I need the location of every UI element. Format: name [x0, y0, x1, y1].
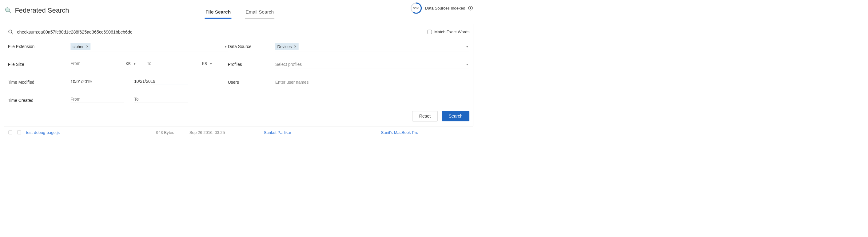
- tab-file-search[interactable]: File Search: [205, 8, 231, 19]
- match-exact-label: Match Exact Words: [434, 30, 469, 34]
- file-size-to-input[interactable]: [147, 61, 200, 66]
- profiles-field[interactable]: [275, 62, 465, 67]
- chevron-down-icon[interactable]: ▾: [465, 44, 469, 48]
- file-size-fields: KB ▾ KB ▾: [70, 61, 228, 67]
- time-created-from[interactable]: [70, 97, 124, 103]
- index-progress-pct: 58%: [410, 2, 422, 14]
- chevron-down-icon[interactable]: ▾: [465, 62, 469, 66]
- result-row[interactable]: test-debug-page.js 943 Bytes Sep 26 2016…: [0, 130, 477, 135]
- chip-label: Devices: [277, 44, 291, 49]
- search-icon: [5, 7, 11, 13]
- filter-grid: File Extension cipher ✕ ▾ Data Source De…: [8, 43, 469, 103]
- file-size-to-unit: KB: [202, 62, 207, 66]
- time-modified-fields: [70, 79, 228, 85]
- chip-remove-icon[interactable]: ✕: [86, 44, 89, 48]
- label-data-source: Data Source: [228, 43, 275, 49]
- file-extension-input[interactable]: cipher ✕ ▾: [70, 43, 228, 51]
- file-size-from-unit: KB: [126, 62, 131, 66]
- time-created-fields: [70, 97, 228, 103]
- tab-email-search[interactable]: Email Search: [245, 8, 274, 19]
- time-created-to-input[interactable]: [134, 97, 188, 102]
- result-date: Sep 26 2016, 03:25: [189, 130, 225, 135]
- file-size-from-input[interactable]: [70, 61, 124, 66]
- header-right: 58% Data Sources Indexed i: [410, 2, 472, 19]
- result-filename[interactable]: test-debug-page.js: [26, 130, 60, 135]
- time-modified-from[interactable]: [70, 79, 124, 85]
- chip-remove-icon[interactable]: ✕: [294, 44, 297, 48]
- match-exact-checkbox[interactable]: [428, 30, 432, 34]
- search-icon: [8, 29, 13, 35]
- indexed-label: Data Sources Indexed: [425, 6, 465, 10]
- file-size-from[interactable]: KB ▾: [70, 61, 136, 67]
- users-field[interactable]: [275, 80, 469, 85]
- data-source-input[interactable]: Devices ✕ ▾: [275, 43, 469, 51]
- label-file-extension: File Extension: [8, 43, 71, 49]
- search-panel: Match Exact Words File Extension cipher …: [4, 24, 473, 126]
- result-user[interactable]: Sanket Parlikar: [264, 130, 291, 135]
- label-users: Users: [228, 79, 275, 85]
- search-button[interactable]: Search: [442, 111, 469, 122]
- chip-label: cipher: [72, 44, 84, 49]
- users-input[interactable]: [275, 79, 469, 87]
- chevron-down-icon[interactable]: ▾: [209, 62, 213, 66]
- chip-file-extension: cipher ✕: [70, 43, 90, 50]
- header-left: Federated Search: [5, 6, 69, 19]
- chevron-down-icon[interactable]: ▾: [224, 44, 228, 48]
- time-created-from-input[interactable]: [70, 97, 124, 102]
- profiles-input[interactable]: ▾: [275, 61, 469, 69]
- chevron-down-icon[interactable]: ▾: [132, 62, 136, 66]
- result-device[interactable]: Sanil's MacBook Pro: [381, 130, 418, 135]
- page-title: Federated Search: [15, 6, 69, 14]
- panel-actions: Reset Search: [8, 111, 469, 122]
- row-checkbox[interactable]: [17, 130, 21, 134]
- info-icon[interactable]: i: [468, 6, 472, 10]
- label-time-created: Time Created: [8, 97, 71, 103]
- time-created-to[interactable]: [134, 97, 188, 103]
- file-size-to[interactable]: KB ▾: [147, 61, 213, 67]
- index-progress-ring: 58%: [410, 2, 422, 14]
- time-modified-to[interactable]: [134, 79, 188, 85]
- time-modified-from-input[interactable]: [70, 79, 124, 84]
- row-checkbox[interactable]: [9, 130, 12, 134]
- label-profiles: Profiles: [228, 61, 275, 67]
- result-size: 943 Bytes: [156, 130, 175, 135]
- label-file-size: File Size: [8, 61, 71, 67]
- time-modified-to-input[interactable]: [134, 79, 188, 84]
- label-time-modified: Time Modified: [8, 79, 71, 85]
- reset-button[interactable]: Reset: [412, 111, 437, 122]
- match-exact-words: Match Exact Words: [428, 30, 469, 34]
- page-header: Federated Search File Search Email Searc…: [0, 0, 477, 19]
- search-input[interactable]: [17, 29, 424, 34]
- svg-line-1: [9, 11, 11, 13]
- svg-line-5: [11, 33, 13, 34]
- header-tabs: File Search Email Search: [205, 8, 275, 19]
- search-row: Match Exact Words: [8, 29, 469, 36]
- chip-data-source: Devices ✕: [275, 43, 299, 50]
